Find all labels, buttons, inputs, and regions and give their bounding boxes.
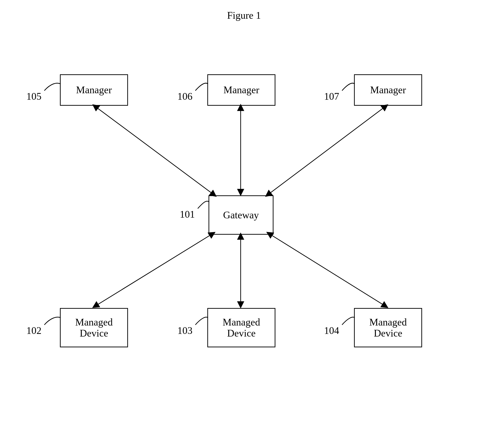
device-box-1: Managed Device xyxy=(60,308,128,347)
device-box-2: Managed Device xyxy=(207,308,275,347)
gateway-label: Gateway xyxy=(223,209,259,221)
svg-line-3 xyxy=(93,232,215,307)
device-label-3: Managed Device xyxy=(369,317,407,339)
svg-line-0 xyxy=(93,105,216,196)
manager-box-3: Manager xyxy=(354,74,422,106)
device-label-1: Managed Device xyxy=(75,317,113,339)
gateway-box: Gateway xyxy=(208,195,273,235)
device-box-3: Managed Device xyxy=(354,308,422,347)
device-label-2: Managed Device xyxy=(223,317,260,339)
manager-label-3: Manager xyxy=(370,84,406,96)
ref-104: 104 xyxy=(324,325,339,336)
ref-105: 105 xyxy=(26,91,41,102)
manager-box-1: Manager xyxy=(60,74,128,106)
ref-103: 103 xyxy=(177,325,192,336)
manager-label-2: Manager xyxy=(223,84,259,96)
ref-106: 106 xyxy=(177,91,192,102)
ref-102: 102 xyxy=(26,325,41,336)
svg-line-5 xyxy=(267,232,387,307)
ref-107: 107 xyxy=(324,91,339,102)
manager-label-1: Manager xyxy=(76,84,112,96)
figure-title: Figure 1 xyxy=(227,10,261,21)
svg-line-2 xyxy=(266,105,387,196)
manager-box-2: Manager xyxy=(207,74,275,106)
ref-101: 101 xyxy=(180,208,195,220)
